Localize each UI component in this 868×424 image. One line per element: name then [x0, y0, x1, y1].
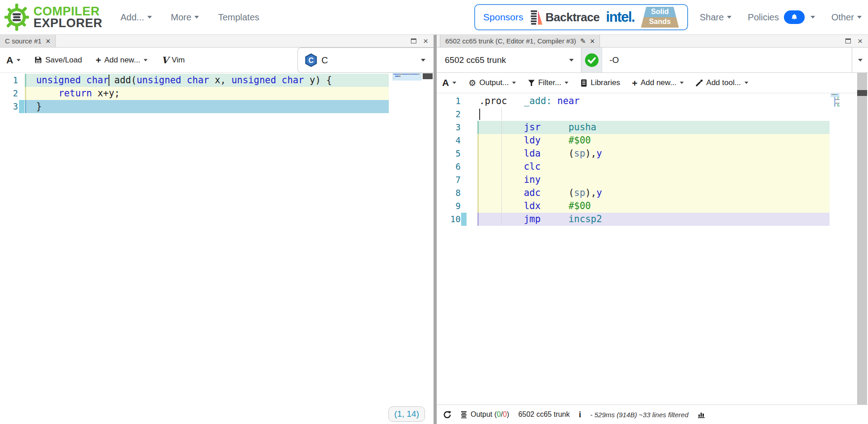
- compiler-options-input[interactable]: [602, 48, 852, 72]
- vertical-scrollbar[interactable]: [857, 73, 867, 405]
- nav-policies-dropdown[interactable]: Policies: [748, 10, 815, 24]
- stats-chart-button[interactable]: [698, 411, 705, 418]
- sponsor-solidsands[interactable]: Solid Sands: [641, 7, 679, 28]
- notification-badge[interactable]: [784, 10, 805, 24]
- language-select[interactable]: C C: [297, 48, 434, 73]
- options-dropdown-button[interactable]: [852, 48, 868, 72]
- close-icon[interactable]: ×: [590, 37, 595, 45]
- caret-down-icon: [565, 81, 569, 84]
- library-book-icon: [580, 79, 587, 87]
- code-line-body[interactable]: jsr pusha: [477, 121, 830, 134]
- scrollbar-thumb[interactable]: [423, 73, 433, 79]
- compiler-select[interactable]: 6502 cc65 trunk: [437, 48, 581, 72]
- caret-down-icon: [453, 81, 457, 84]
- code-line[interactable]: 3}: [0, 100, 434, 113]
- font-size-button[interactable]: A: [442, 77, 457, 88]
- close-icon[interactable]: ×: [858, 37, 863, 45]
- code-line-body[interactable]: adc (sp),y: [477, 186, 830, 200]
- top-header: COMPILER EXPLORER Add... More Templates …: [0, 0, 868, 35]
- vim-toggle-button[interactable]: V Vim: [161, 55, 185, 66]
- asm-output-editor[interactable]: 1.proc _add: near23 jsr pusha4 ldy #$005…: [437, 93, 868, 405]
- line-number[interactable]: 4: [437, 134, 477, 147]
- code-line[interactable]: 2 return x+y;: [0, 87, 434, 100]
- add-tool-button[interactable]: Add tool...: [696, 78, 749, 87]
- line-number[interactable]: 1: [0, 74, 25, 87]
- sponsor-backtrace[interactable]: Backtrace: [530, 9, 600, 26]
- plus-icon: +: [632, 78, 637, 88]
- site-logo[interactable]: COMPILER EXPLORER: [4, 3, 103, 32]
- line-number[interactable]: 10: [437, 213, 477, 226]
- compile-info[interactable]: i: [579, 410, 581, 419]
- header-right-nav: Share Policies Other: [700, 10, 862, 24]
- status-compiler-name: 6502 cc65 trunk: [518, 410, 570, 419]
- caret-down-icon: [512, 81, 516, 84]
- line-number[interactable]: 1: [437, 95, 477, 108]
- code-line-body[interactable]: [477, 108, 830, 121]
- caret-down-icon: [421, 59, 425, 62]
- caret-down-icon: [745, 81, 749, 84]
- line-number[interactable]: 3: [437, 121, 477, 134]
- line-number[interactable]: 2: [0, 87, 25, 100]
- line-number[interactable]: 2: [437, 108, 477, 121]
- nav-add-dropdown[interactable]: Add...: [121, 12, 152, 23]
- pane-controls: ×: [845, 35, 868, 47]
- font-size-button[interactable]: A: [6, 55, 21, 66]
- minimap[interactable]: [830, 93, 840, 120]
- source-pane-header: C source #1 × ×: [0, 35, 434, 48]
- sponsor-intel[interactable]: intel.: [606, 9, 634, 25]
- libraries-button[interactable]: Libraries: [580, 78, 620, 87]
- source-editor[interactable]: 1unsigned char add(unsigned char x, unsi…: [0, 73, 434, 424]
- filter-button[interactable]: Filter...: [528, 78, 569, 87]
- source-code-lines[interactable]: 1unsigned char add(unsigned char x, unsi…: [0, 74, 434, 113]
- minimap-marks: [831, 94, 840, 107]
- output-toggle-button[interactable]: Output (0/0): [461, 410, 509, 419]
- code-line-body[interactable]: .proc _add: near: [477, 95, 830, 108]
- tab-c-source[interactable]: C source #1 ×: [0, 35, 56, 47]
- code-line-body[interactable]: unsigned char add(unsigned char x, unsig…: [25, 74, 389, 87]
- add-new-button[interactable]: + Add new...: [632, 78, 684, 88]
- code-line-body[interactable]: iny: [477, 173, 830, 186]
- code-line-body[interactable]: }: [25, 100, 389, 113]
- close-icon[interactable]: ×: [423, 37, 428, 45]
- pane-controls: ×: [411, 35, 434, 47]
- pencil-icon[interactable]: ✎: [580, 37, 586, 45]
- code-line-body[interactable]: jmp incsp2: [477, 213, 830, 226]
- code-line-body[interactable]: ldy #$00: [477, 134, 830, 147]
- solidsands-logo-icon: Solid Sands: [641, 7, 679, 28]
- sponsors-label[interactable]: Sponsors: [483, 12, 524, 23]
- add-new-button[interactable]: + Add new...: [95, 55, 148, 65]
- line-number[interactable]: 9: [437, 200, 477, 213]
- code-line-body[interactable]: return x+y;: [25, 87, 389, 100]
- tab-compiler[interactable]: 6502 cc65 trunk (C, Editor #1, Compiler …: [440, 35, 600, 47]
- nav-more-dropdown[interactable]: More: [171, 12, 199, 23]
- bell-icon: [791, 14, 798, 21]
- output-options-button[interactable]: ⚙ Output...: [468, 78, 516, 87]
- recompile-button[interactable]: [443, 410, 452, 419]
- scrollbar-thumb[interactable]: [857, 90, 867, 96]
- maximize-icon[interactable]: [845, 38, 851, 43]
- line-number[interactable]: 5: [437, 147, 477, 160]
- line-number[interactable]: 8: [437, 186, 477, 200]
- code-line[interactable]: 1.proc _add: near: [437, 95, 868, 108]
- code-line[interactable]: 1unsigned char add(unsigned char x, unsi…: [0, 74, 434, 87]
- cursor-position-badge: (1, 14): [388, 406, 425, 422]
- caret-down-icon: [144, 59, 148, 61]
- close-icon[interactable]: ×: [46, 37, 51, 45]
- minimap[interactable]: [392, 73, 422, 100]
- timing-text: - 529ms (914B) ~33 lines filtered: [590, 411, 689, 419]
- wrench-icon: [696, 79, 703, 86]
- svg-text:C: C: [308, 57, 314, 64]
- line-number[interactable]: 7: [437, 173, 477, 186]
- code-line-body[interactable]: ldx #$00: [477, 200, 830, 213]
- logo-wordmark: COMPILER EXPLORER: [33, 5, 103, 29]
- code-line-body[interactable]: lda (sp),y: [477, 147, 830, 160]
- maximize-icon[interactable]: [411, 38, 416, 43]
- code-line-body[interactable]: clc: [477, 160, 830, 173]
- nav-templates[interactable]: Templates: [218, 12, 259, 23]
- nav-share-dropdown[interactable]: Share: [700, 12, 731, 23]
- backtrace-logo-icon: [530, 9, 543, 26]
- linked-line-marker: [461, 213, 467, 226]
- nav-other-dropdown[interactable]: Other: [831, 12, 862, 23]
- save-load-button[interactable]: Save/Load: [34, 56, 82, 65]
- line-number[interactable]: 6: [437, 160, 477, 173]
